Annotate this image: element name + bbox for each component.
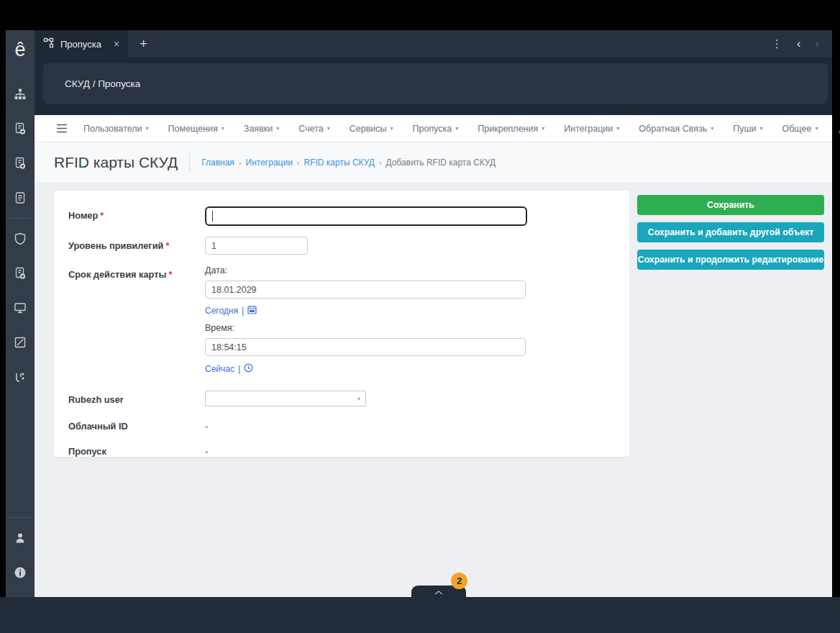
clock-icon[interactable] bbox=[244, 363, 253, 375]
date-input[interactable] bbox=[205, 281, 526, 299]
new-tab-button[interactable]: + bbox=[128, 30, 159, 58]
tab-propuska[interactable]: Пропуска × bbox=[35, 30, 128, 58]
now-link[interactable]: Сейчас | bbox=[205, 363, 253, 375]
form-row-privilege: Уровень привилегий* bbox=[68, 237, 615, 255]
nav-item-attachments[interactable]: Прикрепления▾ bbox=[478, 124, 544, 134]
dark-header: СКУД / Пропуска bbox=[35, 58, 832, 115]
cloud-id-label: Облачный ID bbox=[68, 417, 205, 432]
page-area: RFID карты СКУД Главная › Интеграции › R… bbox=[35, 142, 832, 597]
rubezh-user-select[interactable]: ▾ bbox=[205, 391, 366, 406]
required-mark: * bbox=[165, 240, 169, 251]
breadcrumb-integrations[interactable]: Интеграции bbox=[246, 158, 293, 168]
nav-item-services[interactable]: Сервисы▾ bbox=[350, 124, 393, 134]
notification-badge[interactable]: 2 bbox=[451, 573, 467, 589]
title-band: RFID карты СКУД Главная › Интеграции › R… bbox=[35, 142, 832, 182]
required-mark: * bbox=[100, 210, 104, 221]
nav-item-accounts[interactable]: Счета▾ bbox=[298, 124, 330, 134]
time-input[interactable] bbox=[205, 338, 526, 356]
privilege-label: Уровень привилегий* bbox=[68, 237, 205, 255]
chevron-up-icon bbox=[434, 585, 443, 598]
header-breadcrumb: СКУД / Пропуска bbox=[65, 78, 140, 89]
breadcrumb-current: Добавить RFID карта СКУД bbox=[386, 158, 496, 168]
calendar-icon[interactable] bbox=[247, 305, 257, 316]
nav-item-users[interactable]: Пользователи▾ bbox=[83, 124, 149, 134]
canvas-icon[interactable] bbox=[6, 325, 35, 360]
app-logo: ê bbox=[14, 40, 25, 60]
cloud-id-value: - bbox=[205, 417, 615, 432]
chevron-down-icon: ▾ bbox=[357, 396, 360, 402]
save-and-add-button[interactable]: Сохранить и добавить другой объект bbox=[637, 222, 824, 242]
form-card: Номер* Уровень привилегий* Срок действия… bbox=[54, 191, 629, 457]
document-settings-icon-1[interactable] bbox=[6, 111, 35, 146]
tab-bar: Пропуска × + ⋮ ‹ › bbox=[35, 30, 832, 58]
tab-title: Пропуска bbox=[60, 39, 101, 50]
pass-value: - bbox=[205, 442, 615, 457]
shield-icon[interactable] bbox=[6, 222, 35, 256]
hamburger-icon[interactable] bbox=[56, 124, 68, 133]
rubezh-label: Rubezh user bbox=[68, 391, 205, 406]
tab-close-icon[interactable]: × bbox=[114, 38, 119, 50]
nav-item-requests[interactable]: Заявки▾ bbox=[244, 124, 279, 134]
pipeline-icon[interactable] bbox=[6, 360, 35, 394]
back-chevron-icon[interactable]: ‹ bbox=[797, 37, 801, 51]
user-profile-icon[interactable] bbox=[6, 521, 35, 555]
form-row-number: Номер* bbox=[68, 206, 615, 226]
pass-label: Пропуск bbox=[68, 442, 205, 457]
breadcrumb-rfid[interactable]: RFID карты СКУД bbox=[304, 158, 375, 168]
time-label: Время: bbox=[205, 323, 615, 333]
form-row-rubezh: Rubezh user ▾ bbox=[68, 391, 615, 406]
nav-item-passes[interactable]: Пропуска▾ bbox=[413, 124, 459, 134]
number-label: Номер* bbox=[68, 206, 205, 226]
breadcrumb-home[interactable]: Главная bbox=[201, 158, 234, 168]
document-settings-icon-3[interactable] bbox=[6, 256, 35, 291]
breadcrumb: Главная › Интеграции › RFID карты СКУД ›… bbox=[201, 158, 496, 168]
form-row-pass: Пропуск - bbox=[68, 442, 615, 457]
form-row-cloud-id: Облачный ID - bbox=[68, 417, 615, 432]
nav-item-pushes[interactable]: Пуши▾ bbox=[733, 124, 762, 134]
sitemap-icon bbox=[43, 37, 54, 51]
today-link[interactable]: Сегодня | bbox=[205, 305, 257, 316]
page-title: RFID карты СКУД bbox=[54, 154, 178, 171]
document-icon[interactable] bbox=[6, 181, 35, 215]
sidebar: ê bbox=[6, 30, 35, 597]
save-and-continue-button[interactable]: Сохранить и продолжить редактирование bbox=[637, 250, 824, 270]
required-mark: * bbox=[168, 269, 172, 280]
nav-item-integrations[interactable]: Интеграции▾ bbox=[564, 124, 619, 134]
number-input[interactable] bbox=[205, 206, 527, 226]
kebab-menu-icon[interactable]: ⋮ bbox=[772, 37, 782, 50]
title-divider bbox=[189, 153, 190, 172]
document-settings-icon-2[interactable] bbox=[6, 146, 35, 181]
info-icon[interactable] bbox=[6, 555, 35, 590]
nav-item-feedback[interactable]: Обратная Связь▾ bbox=[639, 124, 713, 134]
tab-controls: ⋮ ‹ › bbox=[772, 30, 832, 58]
monitor-icon[interactable] bbox=[6, 291, 35, 325]
sidebar-divider-bottom bbox=[9, 517, 32, 518]
date-label: Дата: bbox=[205, 265, 615, 275]
privilege-input[interactable] bbox=[205, 237, 308, 255]
sidebar-divider bbox=[9, 218, 32, 219]
main-nav: Пользователи▾ Помещения▾ Заявки▾ Счета▾ … bbox=[35, 115, 832, 142]
nav-item-general[interactable]: Общее▾ bbox=[782, 124, 818, 134]
validity-label: Срок действия карты* bbox=[68, 265, 205, 375]
bottom-bar bbox=[0, 597, 840, 633]
account-icon[interactable] bbox=[837, 123, 840, 135]
action-buttons: Сохранить Сохранить и добавить другой об… bbox=[637, 195, 824, 270]
forward-chevron-icon[interactable]: › bbox=[815, 37, 819, 51]
nav-item-premises[interactable]: Помещения▾ bbox=[168, 124, 224, 134]
save-button[interactable]: Сохранить bbox=[637, 195, 824, 215]
form-row-validity: Срок действия карты* Дата: Сегодня | bbox=[68, 265, 615, 375]
org-structure-icon[interactable] bbox=[6, 77, 35, 111]
header-panel: СКУД / Пропуска bbox=[43, 63, 828, 104]
text-cursor bbox=[212, 211, 213, 222]
